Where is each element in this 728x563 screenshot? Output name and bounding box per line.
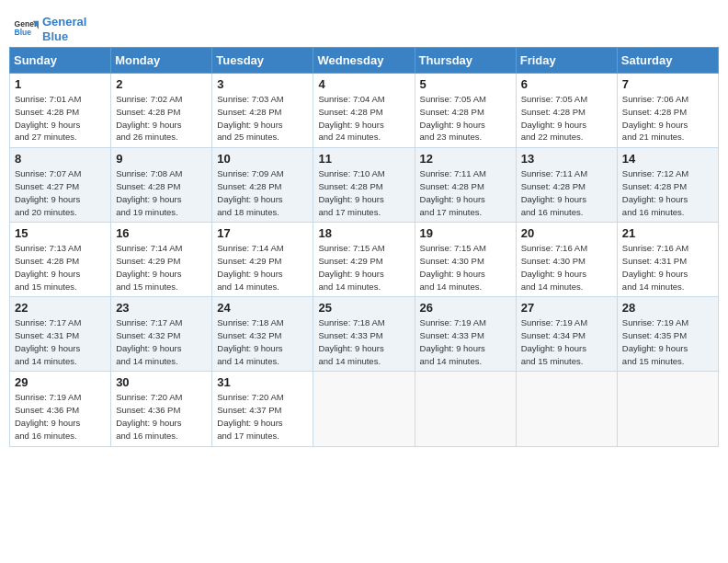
calendar-cell: 4Sunrise: 7:04 AM Sunset: 4:28 PM Daylig…: [313, 74, 415, 148]
day-number: 17: [217, 226, 308, 240]
day-info: Sunrise: 7:19 AM Sunset: 4:36 PM Dayligh…: [15, 391, 106, 442]
day-info: Sunrise: 7:12 AM Sunset: 4:28 PM Dayligh…: [622, 167, 713, 218]
calendar-cell: 12Sunrise: 7:11 AM Sunset: 4:28 PM Dayli…: [415, 148, 516, 223]
day-info: Sunrise: 7:15 AM Sunset: 4:30 PM Dayligh…: [420, 242, 511, 293]
calendar-cell: 31Sunrise: 7:20 AM Sunset: 4:37 PM Dayli…: [212, 372, 313, 446]
calendar-cell: 21Sunrise: 7:16 AM Sunset: 4:31 PM Dayli…: [617, 223, 718, 297]
day-number: 1: [15, 77, 106, 91]
calendar-cell: 24Sunrise: 7:18 AM Sunset: 4:32 PM Dayli…: [212, 297, 313, 372]
day-info: Sunrise: 7:04 AM Sunset: 4:28 PM Dayligh…: [318, 93, 409, 144]
day-info: Sunrise: 7:20 AM Sunset: 4:37 PM Dayligh…: [217, 391, 308, 442]
day-info: Sunrise: 7:14 AM Sunset: 4:29 PM Dayligh…: [217, 242, 308, 293]
day-info: Sunrise: 7:14 AM Sunset: 4:29 PM Dayligh…: [116, 242, 207, 293]
calendar-header: SundayMondayTuesdayWednesdayThursdayFrid…: [10, 48, 719, 74]
calendar-cell: [516, 372, 617, 446]
calendar-cell: 7Sunrise: 7:06 AM Sunset: 4:28 PM Daylig…: [617, 74, 718, 148]
calendar-cell: 30Sunrise: 7:20 AM Sunset: 4:36 PM Dayli…: [111, 372, 212, 446]
weekday-header-saturday: Saturday: [617, 48, 718, 74]
calendar-cell: 10Sunrise: 7:09 AM Sunset: 4:28 PM Dayli…: [212, 148, 313, 223]
day-number: 26: [420, 301, 511, 315]
day-info: Sunrise: 7:06 AM Sunset: 4:28 PM Dayligh…: [622, 93, 713, 144]
day-number: 5: [420, 77, 511, 91]
logo-icon: General Blue: [13, 17, 39, 42]
calendar-cell: 25Sunrise: 7:18 AM Sunset: 4:33 PM Dayli…: [313, 297, 415, 372]
day-number: 2: [116, 77, 207, 91]
day-info: Sunrise: 7:17 AM Sunset: 4:31 PM Dayligh…: [15, 316, 106, 367]
calendar-cell: [415, 372, 516, 446]
calendar-cell: 23Sunrise: 7:17 AM Sunset: 4:32 PM Dayli…: [111, 297, 212, 372]
day-number: 25: [318, 301, 409, 315]
svg-text:Blue: Blue: [15, 28, 32, 37]
day-number: 10: [217, 152, 308, 166]
day-info: Sunrise: 7:08 AM Sunset: 4:28 PM Dayligh…: [116, 167, 207, 218]
day-info: Sunrise: 7:11 AM Sunset: 4:28 PM Dayligh…: [521, 167, 612, 218]
day-info: Sunrise: 7:20 AM Sunset: 4:36 PM Dayligh…: [116, 391, 207, 442]
day-number: 18: [318, 226, 409, 240]
day-info: Sunrise: 7:18 AM Sunset: 4:33 PM Dayligh…: [318, 316, 409, 367]
day-number: 9: [116, 152, 207, 166]
calendar-week-3: 15Sunrise: 7:13 AM Sunset: 4:28 PM Dayli…: [10, 223, 719, 297]
day-number: 29: [15, 375, 106, 389]
day-number: 6: [521, 77, 612, 91]
calendar-cell: 26Sunrise: 7:19 AM Sunset: 4:33 PM Dayli…: [415, 297, 516, 372]
calendar-cell: 13Sunrise: 7:11 AM Sunset: 4:28 PM Dayli…: [516, 148, 617, 223]
day-number: 8: [15, 152, 106, 166]
day-info: Sunrise: 7:02 AM Sunset: 4:28 PM Dayligh…: [116, 93, 207, 144]
weekday-header-thursday: Thursday: [415, 48, 516, 74]
day-number: 30: [116, 375, 207, 389]
day-number: 22: [15, 301, 106, 315]
day-info: Sunrise: 7:15 AM Sunset: 4:29 PM Dayligh…: [318, 242, 409, 293]
calendar-cell: 15Sunrise: 7:13 AM Sunset: 4:28 PM Dayli…: [10, 223, 111, 297]
day-number: 21: [622, 226, 713, 240]
weekday-header-wednesday: Wednesday: [313, 48, 415, 74]
calendar-cell: 5Sunrise: 7:05 AM Sunset: 4:28 PM Daylig…: [415, 74, 516, 148]
calendar-cell: 22Sunrise: 7:17 AM Sunset: 4:31 PM Dayli…: [10, 297, 111, 372]
logo-text: GeneralBlue: [42, 15, 86, 43]
day-info: Sunrise: 7:01 AM Sunset: 4:28 PM Dayligh…: [15, 93, 106, 144]
header: General Blue GeneralBlue: [9, 9, 719, 43]
calendar-cell: 2Sunrise: 7:02 AM Sunset: 4:28 PM Daylig…: [111, 74, 212, 148]
calendar-week-1: 1Sunrise: 7:01 AM Sunset: 4:28 PM Daylig…: [10, 74, 719, 148]
day-info: Sunrise: 7:05 AM Sunset: 4:28 PM Dayligh…: [420, 93, 511, 144]
day-number: 23: [116, 301, 207, 315]
weekday-header-friday: Friday: [516, 48, 617, 74]
day-number: 13: [521, 152, 612, 166]
weekday-header-tuesday: Tuesday: [212, 48, 313, 74]
calendar-week-2: 8Sunrise: 7:07 AM Sunset: 4:27 PM Daylig…: [10, 148, 719, 223]
calendar-cell: [313, 372, 415, 446]
day-info: Sunrise: 7:19 AM Sunset: 4:35 PM Dayligh…: [622, 316, 713, 367]
day-info: Sunrise: 7:18 AM Sunset: 4:32 PM Dayligh…: [217, 316, 308, 367]
day-info: Sunrise: 7:09 AM Sunset: 4:28 PM Dayligh…: [217, 167, 308, 218]
calendar-cell: 1Sunrise: 7:01 AM Sunset: 4:28 PM Daylig…: [10, 74, 111, 148]
weekday-header-sunday: Sunday: [10, 48, 111, 74]
day-number: 14: [622, 152, 713, 166]
day-info: Sunrise: 7:07 AM Sunset: 4:27 PM Dayligh…: [15, 167, 106, 218]
calendar-cell: 6Sunrise: 7:05 AM Sunset: 4:28 PM Daylig…: [516, 74, 617, 148]
weekday-header-monday: Monday: [111, 48, 212, 74]
logo: General Blue GeneralBlue: [13, 15, 86, 43]
day-number: 28: [622, 301, 713, 315]
day-info: Sunrise: 7:16 AM Sunset: 4:30 PM Dayligh…: [521, 242, 612, 293]
day-number: 19: [420, 226, 511, 240]
day-number: 20: [521, 226, 612, 240]
day-info: Sunrise: 7:13 AM Sunset: 4:28 PM Dayligh…: [15, 242, 106, 293]
day-info: Sunrise: 7:10 AM Sunset: 4:28 PM Dayligh…: [318, 167, 409, 218]
day-number: 31: [217, 375, 308, 389]
day-number: 3: [217, 77, 308, 91]
calendar-cell: [617, 372, 718, 446]
day-info: Sunrise: 7:16 AM Sunset: 4:31 PM Dayligh…: [622, 242, 713, 293]
calendar-cell: 3Sunrise: 7:03 AM Sunset: 4:28 PM Daylig…: [212, 74, 313, 148]
day-number: 16: [116, 226, 207, 240]
day-number: 12: [420, 152, 511, 166]
calendar-cell: 29Sunrise: 7:19 AM Sunset: 4:36 PM Dayli…: [10, 372, 111, 446]
day-number: 4: [318, 77, 409, 91]
calendar-cell: 14Sunrise: 7:12 AM Sunset: 4:28 PM Dayli…: [617, 148, 718, 223]
day-number: 27: [521, 301, 612, 315]
day-info: Sunrise: 7:19 AM Sunset: 4:34 PM Dayligh…: [521, 316, 612, 367]
day-info: Sunrise: 7:05 AM Sunset: 4:28 PM Dayligh…: [521, 93, 612, 144]
calendar-cell: 28Sunrise: 7:19 AM Sunset: 4:35 PM Dayli…: [617, 297, 718, 372]
day-info: Sunrise: 7:03 AM Sunset: 4:28 PM Dayligh…: [217, 93, 308, 144]
day-number: 11: [318, 152, 409, 166]
calendar-cell: 9Sunrise: 7:08 AM Sunset: 4:28 PM Daylig…: [111, 148, 212, 223]
calendar-cell: 27Sunrise: 7:19 AM Sunset: 4:34 PM Dayli…: [516, 297, 617, 372]
